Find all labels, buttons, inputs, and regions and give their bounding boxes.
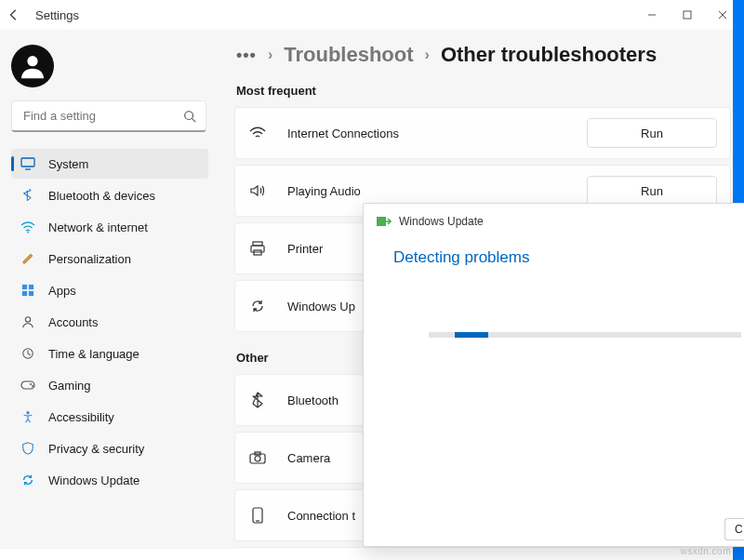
dialog-header: Windows Update	[364, 204, 744, 232]
accounts-icon	[20, 314, 35, 329]
troubleshooter-label: Playing Audio	[287, 184, 361, 198]
cancel-button[interactable]: C	[724, 518, 744, 540]
search-icon	[183, 110, 196, 123]
sidebar-item-network[interactable]: Network & internet	[11, 212, 208, 242]
dialog-icon	[377, 215, 392, 228]
shield-icon	[20, 441, 35, 456]
maximize-button[interactable]	[670, 2, 705, 28]
printer-icon	[248, 239, 267, 258]
sidebar-item-label: Apps	[48, 284, 76, 298]
chevron-right-icon: ›	[425, 47, 430, 63]
speaker-icon	[248, 181, 267, 200]
troubleshooter-label: Printer	[287, 242, 323, 256]
sidebar-item-apps[interactable]: Apps	[11, 275, 208, 305]
accessibility-icon	[20, 409, 35, 424]
svg-line-6	[193, 118, 196, 122]
clock-globe-icon	[20, 346, 35, 361]
watermark: wsxdn.com	[680, 546, 731, 556]
sidebar-item-label: Network & internet	[48, 220, 148, 234]
sidebar-item-label: Privacy & security	[48, 442, 144, 456]
back-button[interactable]	[7, 8, 20, 21]
app-title: Settings	[35, 8, 79, 22]
svg-rect-7	[21, 158, 34, 167]
wifi-signal-icon	[248, 124, 267, 142]
sidebar-item-gaming[interactable]: Gaming	[11, 370, 208, 400]
svg-point-17	[30, 383, 32, 385]
svg-point-18	[32, 385, 33, 387]
svg-rect-13	[29, 291, 33, 296]
camera-icon	[248, 448, 267, 467]
wifi-icon	[20, 220, 35, 234]
svg-rect-11	[29, 285, 33, 289]
sidebar-item-time-language[interactable]: Time & language	[11, 339, 208, 368]
progress-bar-fill	[455, 332, 488, 338]
svg-rect-20	[253, 242, 262, 246]
breadcrumb: ••• › Troubleshoot › Other troubleshoote…	[236, 43, 731, 67]
run-button[interactable]: Run	[587, 118, 717, 148]
svg-point-5	[185, 111, 193, 119]
apps-icon	[20, 283, 35, 298]
sidebar-item-accounts[interactable]: Accounts	[11, 307, 208, 337]
sidebar-item-windows-update[interactable]: Windows Update	[11, 465, 208, 495]
breadcrumb-current: Other troubleshooters	[441, 43, 657, 67]
sidebar-item-label: Windows Update	[48, 473, 140, 487]
gaming-icon	[20, 378, 35, 393]
bluetooth-icon	[20, 188, 35, 203]
nav-list: System Bluetooth & devices Network & int…	[11, 149, 216, 495]
svg-rect-1	[684, 11, 691, 19]
section-title-most-frequent: Most frequent	[236, 84, 731, 98]
dialog-footer: C	[364, 514, 744, 546]
svg-rect-21	[251, 246, 264, 252]
troubleshooter-label: Connection t	[287, 509, 355, 523]
system-icon	[20, 156, 35, 171]
sidebar-item-personalization[interactable]: Personalization	[11, 244, 208, 273]
svg-rect-12	[22, 291, 27, 296]
sidebar-item-privacy-security[interactable]: Privacy & security	[11, 433, 208, 463]
sidebar-item-label: Accessibility	[48, 410, 114, 424]
minimize-button[interactable]	[634, 2, 670, 28]
dialog-title: Windows Update	[399, 215, 484, 228]
phone-icon	[248, 506, 267, 525]
dialog-status-text: Detecting problems	[364, 232, 744, 267]
window-controls	[634, 2, 740, 28]
update-icon	[20, 473, 35, 487]
sidebar-item-label: System	[48, 157, 88, 171]
troubleshooter-incoming-connections[interactable]: Incoming Connections	[234, 547, 731, 549]
troubleshooter-dialog: Windows Update Detecting problems C	[363, 203, 744, 547]
sidebar-item-label: Bluetooth & devices	[48, 189, 155, 203]
svg-point-4	[27, 56, 37, 66]
troubleshooter-label: Windows Up	[287, 300, 355, 313]
window-titlebar: Settings	[0, 0, 744, 30]
sidebar: System Bluetooth & devices Network & int…	[0, 30, 216, 549]
sidebar-item-accessibility[interactable]: Accessibility	[11, 402, 208, 432]
sidebar-item-label: Personalization	[48, 252, 131, 266]
sidebar-item-label: Gaming	[48, 379, 91, 393]
sidebar-item-label: Time & language	[48, 347, 140, 361]
svg-point-24	[255, 456, 260, 461]
troubleshooter-internet-connections[interactable]: Internet Connections Run	[234, 107, 731, 159]
paintbrush-icon	[20, 251, 35, 266]
svg-point-19	[26, 411, 30, 415]
run-button[interactable]: Run	[587, 176, 717, 206]
search-input-wrapper[interactable]	[11, 100, 206, 132]
svg-rect-10	[22, 285, 27, 289]
chevron-right-icon: ›	[268, 47, 272, 63]
search-input[interactable]	[21, 108, 179, 124]
sidebar-item-bluetooth-devices[interactable]: Bluetooth & devices	[11, 180, 208, 210]
sidebar-item-label: Accounts	[48, 315, 98, 329]
sidebar-item-system[interactable]: System	[11, 149, 208, 179]
svg-point-9	[27, 232, 29, 233]
troubleshooter-label: Camera	[287, 451, 330, 465]
sync-icon	[248, 297, 267, 315]
breadcrumb-overflow[interactable]: •••	[236, 46, 257, 65]
troubleshooter-label: Bluetooth	[287, 393, 339, 407]
user-avatar[interactable]	[11, 45, 54, 87]
breadcrumb-parent[interactable]: Troubleshoot	[284, 43, 413, 67]
svg-point-14	[25, 317, 30, 322]
troubleshooter-label: Internet Connections	[287, 127, 399, 140]
bluetooth-icon	[248, 391, 267, 409]
svg-rect-16	[21, 381, 34, 389]
